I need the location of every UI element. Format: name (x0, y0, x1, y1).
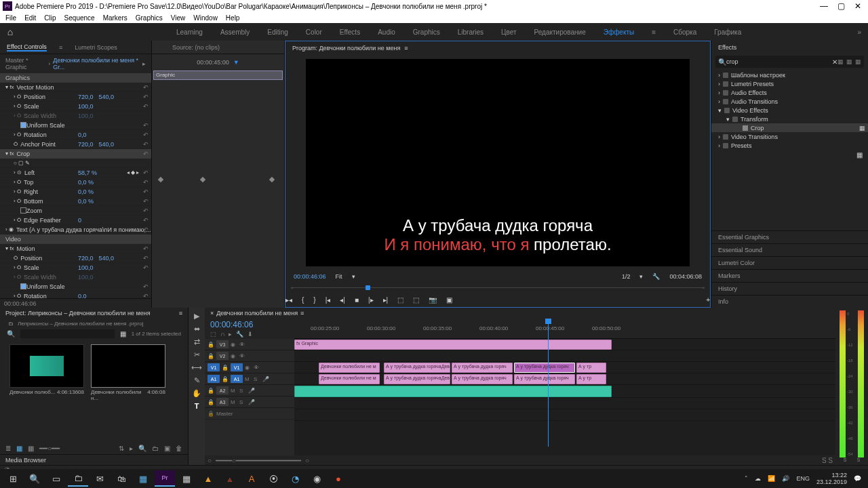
tray-up[interactable]: ˄ (745, 475, 748, 482)
clear-search[interactable]: ✕ (832, 58, 837, 66)
tray-notifications[interactable]: 💬 (854, 475, 861, 482)
preset-icon[interactable]: ▦ (837, 58, 844, 65)
clip-v2a[interactable]: Девчонки полюбили не м (319, 363, 380, 373)
slip-tool[interactable]: ⟷ (191, 363, 202, 372)
lift-icon[interactable]: ⬚ (397, 296, 403, 304)
clip-v1a[interactable]: Девчонки полюбили не м (319, 374, 380, 384)
media-browser[interactable]: Media Browser (0, 454, 188, 465)
fx-presets2[interactable]: Presets (731, 142, 752, 149)
tb-store[interactable]: 🛍 (111, 470, 132, 487)
tb-app2[interactable]: ▦ (176, 470, 197, 487)
overwrite-icon[interactable]: } (313, 296, 315, 304)
tray-volume[interactable]: 🔊 (782, 475, 789, 482)
ws-menu-icon[interactable]: ≡ (652, 28, 656, 36)
fx-crop[interactable]: Crop (16, 150, 30, 157)
bin-info[interactable]: Info (711, 295, 868, 308)
fx-audio-trans[interactable]: Audio Transitions (731, 98, 778, 105)
tab-program[interactable]: Program: Девчонки полюбили не меня (292, 45, 400, 52)
scale-v[interactable]: 100,0 (78, 103, 94, 110)
clip-audio[interactable] (294, 386, 612, 397)
play-icon[interactable]: ■ (355, 296, 359, 304)
video-preview[interactable]: А у трубача дудка горяча И я понимаю, чт… (306, 59, 690, 266)
fx-text[interactable]: Text (А у трубача дудка горяча\nИ я пони… (16, 226, 151, 233)
menu-graphics[interactable]: Graphics (136, 14, 163, 22)
zoom-check[interactable] (20, 207, 26, 214)
mini-clip[interactable]: Graphic (153, 70, 283, 80)
tb-premiere[interactable]: Pr (155, 470, 175, 487)
clip-v2e[interactable]: А у тр (576, 363, 606, 373)
tray-cloud[interactable]: ☁ (755, 475, 761, 482)
playhead[interactable] (548, 319, 549, 447)
wrench-icon[interactable]: 🔧 (652, 273, 660, 280)
ec-timecode[interactable]: 00:00:46:06 (4, 300, 37, 307)
menu-sequence[interactable]: Sequence (64, 14, 95, 22)
tray-clock[interactable]: 13:2223.12.2019 (816, 472, 847, 485)
search-button[interactable]: 🔍 (24, 470, 45, 487)
fx-video[interactable]: Video Effects (732, 107, 768, 114)
menu-help[interactable]: Help (226, 14, 240, 22)
mark-in-icon[interactable]: ▸◂ (285, 296, 292, 304)
insert-icon[interactable]: { (302, 296, 304, 304)
razor-tool[interactable]: ✂ (194, 350, 200, 359)
bin-essential-graphics[interactable]: Essential Graphics (711, 230, 868, 243)
ws-tsvet[interactable]: Цвет (501, 28, 516, 36)
sequence-tab[interactable]: Девчонки полюбили не меня (216, 310, 298, 317)
list-view-icon[interactable]: ≣ (5, 445, 11, 452)
ws-libraries[interactable]: Libraries (458, 28, 484, 36)
track-v1[interactable]: V1 (231, 363, 243, 371)
export-frame-icon[interactable]: 📷 (429, 296, 437, 304)
menu-clip[interactable]: Clip (44, 14, 56, 22)
tab-effects[interactable]: Effects (718, 44, 736, 51)
ws-assembly[interactable]: Assembly (220, 28, 250, 36)
tb-app8[interactable]: ● (328, 470, 349, 487)
program-tc[interactable]: 00:00:46:06 (294, 273, 326, 280)
freeform-icon[interactable]: ▦ (28, 445, 34, 452)
vector-motion[interactable]: Vector Motion (16, 84, 54, 91)
ripple-tool[interactable]: ⇄ (194, 338, 200, 346)
tb-app3[interactable]: ▲ (198, 470, 218, 487)
rot-v[interactable]: 0,0 (78, 131, 87, 138)
tb-chrome[interactable]: ◉ (307, 470, 327, 487)
anc-x[interactable]: 720,0 (78, 141, 94, 148)
tab-source[interactable]: Source: (no clips) (172, 44, 220, 51)
ws-color[interactable]: Color (306, 28, 322, 36)
sort-icon[interactable]: ⇅ (119, 445, 124, 452)
fx-transform[interactable]: Transform (741, 116, 768, 123)
bin-essential-sound[interactable]: Essential Sound (711, 243, 868, 256)
clip-v2d[interactable]: А у трубача дудка горяч (514, 363, 575, 373)
pen-tool[interactable]: ✎ (194, 376, 200, 385)
menu-file[interactable]: File (5, 14, 16, 22)
menu-markers[interactable]: Markers (103, 14, 127, 22)
menu-edit[interactable]: Edit (24, 14, 36, 22)
fx-presets-templates[interactable]: Шаблоны настроек (731, 72, 785, 79)
new-item-icon[interactable]: ▣ (164, 445, 170, 452)
tb-app6[interactable]: ⦿ (263, 470, 283, 487)
new-bin-icon[interactable]: ▦ (711, 151, 868, 161)
tb-mail[interactable]: ✉ (90, 470, 110, 487)
find-icon[interactable]: 🔍 (138, 445, 146, 452)
tab-project[interactable]: Project: Леприконсы – Девчонки полюбили … (5, 310, 151, 317)
tb-explorer[interactable]: 🗀 (68, 470, 88, 487)
project-search[interactable] (20, 329, 115, 338)
start-button[interactable]: ⊞ (3, 470, 23, 487)
scrubber[interactable]: ◦◦ (291, 283, 705, 292)
filter-icon[interactable]: ▦ (120, 330, 126, 338)
add-button-icon[interactable]: + (706, 296, 710, 304)
extract-icon[interactable]: ⬚ (413, 296, 419, 304)
fx-motion[interactable]: Motion (16, 245, 35, 252)
goto-in-icon[interactable]: |◂ (326, 296, 331, 304)
clip-v2c[interactable]: А у трубача дудка горяч (452, 363, 513, 373)
zoom-fit[interactable]: Fit (336, 273, 342, 280)
project-item-1[interactable]: Девчонки полюб...4:06:13608 (9, 344, 84, 436)
clip-v2b[interactable]: А у трубача дудка горячаДевчо (384, 363, 450, 373)
clip-v1e[interactable]: А у тр (576, 374, 606, 384)
clip-v1d[interactable]: А у трубача дудка горяч (514, 374, 575, 384)
bin-history[interactable]: History (711, 282, 868, 295)
tb-app4[interactable]: ⟁ (220, 470, 240, 487)
track-v2[interactable]: V2 (216, 352, 229, 360)
pos-y[interactable]: 540,0 (99, 94, 115, 100)
ws-editing[interactable]: Editing (267, 28, 288, 36)
icon-view-icon[interactable]: ▦ (16, 445, 22, 452)
track-a3[interactable]: A3 (216, 398, 229, 406)
bin-markers[interactable]: Markers (711, 269, 868, 282)
